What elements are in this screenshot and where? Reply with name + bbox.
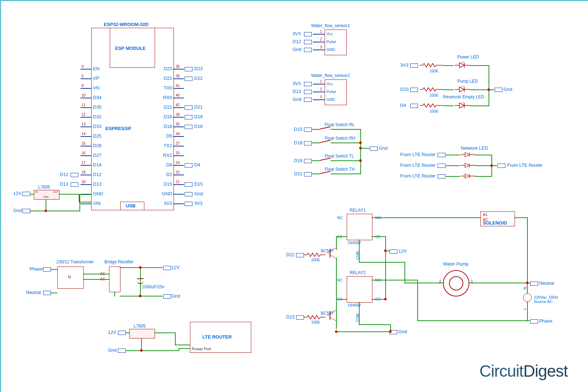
dot-led <box>488 88 490 91</box>
esp-llabel-11: D12 <box>93 172 102 177</box>
net-D23: D23 <box>194 66 203 71</box>
led-res-0 <box>420 63 443 68</box>
esp-lnum-2: 8 <box>82 84 84 88</box>
float-rl-net: D15 <box>294 127 303 132</box>
wfs1-p3-port <box>304 48 312 52</box>
psu-gnd: Gnd <box>171 293 180 299</box>
esp-rnum-10: 24 <box>176 161 180 165</box>
esp-llabel-5: D32 <box>93 114 102 119</box>
esp-rlabel-7: D5 <box>161 133 172 139</box>
sol-a2: A2 <box>483 217 488 222</box>
esp-rnum-4: 42 <box>176 103 180 107</box>
esp-rwire-14 <box>173 203 184 204</box>
port-ftl <box>304 159 312 163</box>
wfs1-p1-port <box>304 32 312 36</box>
w-fl-2 <box>312 143 320 143</box>
net-Gnd: Gnd <box>194 191 203 196</box>
esp-llabel-0: EN <box>93 66 99 71</box>
net-D15: D15 <box>194 181 203 187</box>
nl-led-1 <box>460 162 476 169</box>
w-r1-c1 <box>336 236 347 237</box>
w-r1-com-h2 <box>404 283 443 283</box>
port-3V3 <box>185 202 192 206</box>
port-nl3 <box>438 174 445 179</box>
port-acn <box>530 282 538 286</box>
port-r2 <box>296 315 304 320</box>
led-r3: 100E <box>429 109 439 113</box>
netled-s1: From LTE Router <box>400 152 435 157</box>
r2-net: D23 <box>286 314 295 320</box>
pump-inner <box>449 276 463 290</box>
esp-rlabel-5: D19 <box>161 114 172 119</box>
esp-lwire-11 <box>81 175 91 175</box>
port-fg <box>370 146 378 151</box>
w-reg1-gnd-h <box>30 211 80 211</box>
esp-lwire-14 <box>81 203 91 204</box>
led-r2: 100E <box>429 93 439 97</box>
router-port: Power Port <box>192 347 211 351</box>
wfs1-p2-port <box>304 40 312 44</box>
wfs2-p2-port <box>304 90 312 94</box>
esp-rwire-9 <box>173 155 184 156</box>
wfs2-p3-w <box>313 99 325 100</box>
esp-llabel-2: VN <box>93 85 99 91</box>
relay1-box <box>347 214 372 240</box>
esp-llabel-6: D33 <box>93 124 102 129</box>
port-fth <box>304 172 312 176</box>
xfmr-label: 230/12 Transformer <box>56 259 94 264</box>
port-D15 <box>185 182 192 187</box>
float-gnd: Gnd <box>379 145 388 151</box>
esp-rwire-0 <box>173 69 184 69</box>
esp-lwire-9 <box>81 155 91 156</box>
esp-lnum-7: 14 <box>82 132 86 136</box>
net-D19: D19 <box>194 114 203 119</box>
usb-label: USB <box>126 203 135 208</box>
psu-neutral: Neutral <box>26 290 41 295</box>
nl-led-2 <box>460 173 476 179</box>
esp-lnum-12: 20 <box>82 180 86 184</box>
led-w1-0 <box>443 65 454 66</box>
esp-rnum-1: 39 <box>176 74 180 78</box>
wfs2-title: Water_flow_sensor2 <box>311 73 350 78</box>
esp-lnum-11: 18 <box>82 170 86 174</box>
w-fl-5 <box>331 129 361 130</box>
wfs1-p2-n: 2 <box>320 37 322 41</box>
w-r1-com-v <box>359 239 360 263</box>
wfs2-p1-net: 3V3 <box>293 81 301 86</box>
esp-rnum-2: 41 <box>176 84 180 88</box>
led-sym-0 <box>453 62 471 69</box>
net-d13: D13 <box>60 181 68 187</box>
schematic-canvas: ESP32-WROOM-32D ESP MODULE ESPRESSIF USB… <box>0 0 588 392</box>
port-gnd-out <box>163 294 171 299</box>
esp-llabel-4: D35 <box>93 104 102 110</box>
ac-source-symbol <box>523 293 532 302</box>
relay-12v: 12V <box>398 248 407 254</box>
net-3V3: 3V3 <box>194 201 202 206</box>
led-power-net: 3V3 <box>400 62 408 68</box>
float-tl-net: D19 <box>294 158 303 163</box>
esp-rwire-6 <box>173 127 184 127</box>
esp-rwire-1 <box>173 78 184 79</box>
led-power-name: Power LED <box>457 55 479 60</box>
port-12v-1 <box>22 192 30 196</box>
w-r2-c1 <box>336 299 347 300</box>
w-sol-v <box>527 217 528 283</box>
w-12v-v <box>385 236 386 300</box>
nl-w2-2 <box>475 176 492 177</box>
port-nl1 <box>438 153 445 157</box>
port-led3 <box>410 104 418 108</box>
esp-rlabel-2: TX0 <box>161 85 172 91</box>
led-pump-name: Pump LED <box>457 79 478 84</box>
esp-rwire-3 <box>173 98 184 98</box>
esp-lwire-4 <box>81 107 91 108</box>
esp-title: ESP32-WROOM-32D <box>104 22 149 27</box>
relay1-name: RELAY1 <box>350 208 366 213</box>
reg1-gnd: GND <box>43 196 49 198</box>
esp-rwire-11 <box>173 175 184 175</box>
dot-reg1-1 <box>45 210 47 212</box>
wfs1-p2-w <box>313 42 325 42</box>
esp-rwire-8 <box>173 146 184 146</box>
svg-line-6 <box>330 310 336 314</box>
dot-gnd-r <box>389 330 392 333</box>
port-D4 <box>185 163 192 167</box>
